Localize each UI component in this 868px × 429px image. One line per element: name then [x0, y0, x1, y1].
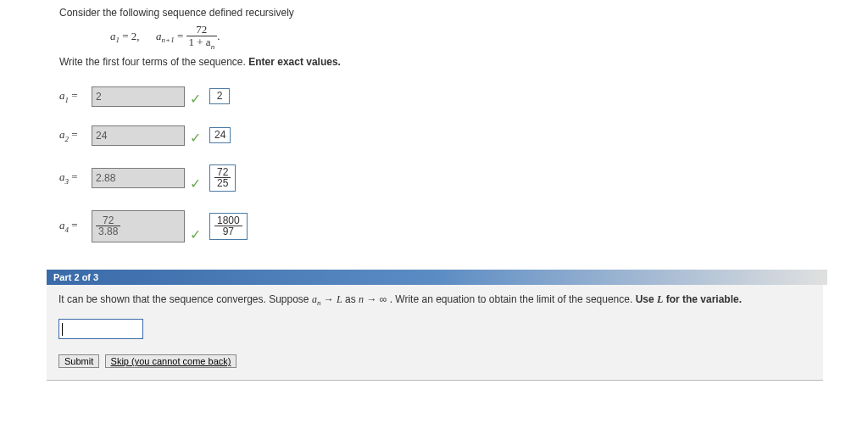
answer-row-a2: a2 = 24 ✓ 24: [59, 125, 868, 146]
skip-button[interactable]: Skip (you cannot come back): [105, 354, 237, 368]
check-icon: ✓: [190, 226, 201, 242]
input-a3[interactable]: 2.88: [92, 168, 185, 188]
part-header: Part 2 of 3: [47, 270, 827, 285]
answer-row-a4: a4 = 723.88 ✓ 180097: [59, 210, 868, 242]
recursive-formula: a1 = 2, an+1 = 72 1 + an .: [110, 24, 868, 51]
check-icon: ✓: [190, 91, 201, 107]
text-cursor: [62, 323, 63, 336]
input-a2[interactable]: 24: [92, 125, 185, 146]
instruction: Write the first four terms of the sequen…: [59, 56, 868, 68]
check-icon: ✓: [190, 130, 201, 146]
answer-row-a3: a3 = 2.88 ✓ 7225: [59, 164, 868, 192]
submit-button[interactable]: Submit: [58, 354, 99, 368]
correct-a4: 180097: [209, 213, 248, 240]
correct-a1: 2: [209, 88, 230, 104]
correct-a3: 7225: [209, 164, 236, 192]
answer-row-a1: a1 = 2 ✓ 2: [59, 86, 868, 107]
part2-text: It can be shown that the sequence conver…: [58, 293, 813, 307]
part2-body: It can be shown that the sequence conver…: [47, 285, 823, 381]
limit-input[interactable]: [58, 319, 143, 339]
input-a1[interactable]: 2: [92, 86, 185, 107]
problem-intro: Consider the following sequence defined …: [59, 7, 868, 19]
input-a4[interactable]: 723.88: [92, 210, 185, 242]
correct-a2: 24: [209, 127, 231, 143]
check-icon: ✓: [190, 176, 201, 192]
